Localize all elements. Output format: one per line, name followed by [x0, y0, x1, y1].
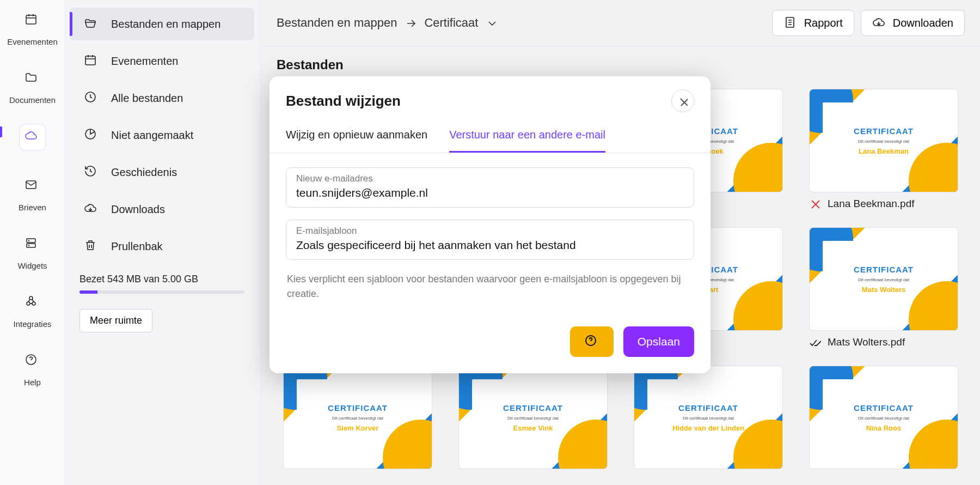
webhook-icon [24, 295, 41, 311]
chevron-down-icon[interactable] [486, 17, 498, 29]
download-icon [872, 16, 886, 30]
rail-item-help[interactable]: Help [0, 346, 65, 389]
email-field[interactable]: Nieuw e-mailadres teun.snijders@example.… [286, 167, 694, 208]
modal-title: Bestand wijzigen [286, 93, 401, 110]
cert-sub: Dit certificaat bevestigt dat [858, 139, 909, 144]
history-icon [84, 165, 99, 180]
sidebar-item-label: Prullenbak [111, 240, 163, 253]
cert-name: Mats Wolters [862, 286, 906, 294]
edit-file-modal: Bestand wijzigen Wijzig en opnieuw aanma… [270, 76, 710, 373]
help-text: Kies verplicht een sjabloon voor bestand… [286, 272, 694, 307]
help-icon [584, 334, 599, 349]
sidebar-item-not-created[interactable]: Niet aangemaakt [70, 119, 254, 151]
rail-item-widgets[interactable]: Widgets [0, 229, 65, 272]
help-icon [24, 353, 41, 369]
file-thumbnail: CERTIFICAATDit certificaat bevestigt dat… [809, 89, 958, 192]
rail-label: Integraties [13, 319, 51, 329]
sidebar-item-label: Niet aangemaakt [111, 129, 193, 142]
file-card[interactable]: CERTIFICAATDit certificaat bevestigt dat… [634, 366, 783, 469]
file-card[interactable]: CERTIFICAATDit certificaat bevestigt dat… [809, 366, 958, 469]
file-name: Lana Beekman.pdf [828, 198, 915, 210]
tab-send-email[interactable]: Verstuur naar een andere e-mail [449, 120, 605, 153]
sidebar-item-label: Alle bestanden [111, 92, 183, 105]
sidebar-item-all-files[interactable]: Alle bestanden [70, 82, 254, 114]
help-button[interactable] [570, 326, 614, 357]
cert-sub: Dit certificaat bevestigt dat [332, 416, 383, 421]
cert-name: Hidde van der Linden [672, 424, 744, 432]
cert-sub: Dit certificaat bevestigt dat [507, 416, 559, 421]
mail-icon [24, 178, 41, 195]
sidebar-item-trash[interactable]: Prullenbak [70, 230, 254, 263]
field-value: Zoals gespecificeerd bij het aanmaken va… [296, 239, 684, 252]
file-thumbnail: CERTIFICAATDit certificaat bevestigt dat… [458, 366, 608, 469]
rail-label: Brieven [19, 203, 46, 212]
file-thumbnail: CERTIFICAATDit certificaat bevestigt dat… [283, 366, 432, 469]
rail-item-cloud[interactable] [0, 122, 65, 156]
storage-bar [79, 290, 244, 294]
calendar-icon [84, 53, 99, 69]
cert-sub: Dit certificaat bevestigt dat [858, 277, 909, 282]
file-thumbnail: CERTIFICAATDit certificaat bevestigt dat… [634, 366, 783, 469]
rail-label: Documenten [9, 95, 56, 105]
file-card[interactable]: CERTIFICAATDit certificaat bevestigt dat… [283, 366, 432, 469]
sidebar-item-events[interactable]: Evenementen [70, 45, 254, 77]
cert-heading: CERTIFICAAT [854, 265, 914, 274]
sidebar-item-label: Evenementen [111, 55, 178, 68]
file-card[interactable]: CERTIFICAATDit certificaat bevestigt dat… [809, 227, 958, 348]
file-meta: Mats Wolters.pdf [809, 336, 958, 348]
field-label: Nieuw e-mailadres [296, 173, 684, 184]
topbar: Bestanden en mappen Certificaat Rapport … [261, 0, 980, 46]
cert-name: Nina Roos [866, 424, 901, 432]
save-button[interactable]: Opslaan [623, 326, 694, 357]
trash-icon [84, 239, 99, 254]
calendar-icon [24, 13, 41, 29]
rail-item-events[interactable]: Evenementen [0, 5, 65, 48]
cert-name: Esmee Vink [513, 424, 553, 432]
cert-name: Siem Korver [337, 424, 379, 432]
sidebar: Bestanden en mappen Evenementen Alle bes… [65, 0, 261, 485]
cert-heading: CERTIFICAAT [328, 403, 388, 413]
breadcrumb-root[interactable]: Bestanden en mappen [277, 16, 397, 30]
rail-label: Help [24, 378, 41, 387]
rail-label: Evenementen [7, 37, 58, 46]
sidebar-item-history[interactable]: Geschiedenis [70, 156, 254, 189]
cert-heading: CERTIFICAAT [854, 403, 914, 413]
close-icon [678, 96, 688, 106]
pie-icon [84, 128, 99, 143]
storage-info: Bezet 543 MB van 5.00 GB [70, 267, 254, 297]
sidebar-item-files-folders[interactable]: Bestanden en mappen [70, 8, 254, 40]
tab-edit[interactable]: Wijzig en opnieuw aanmaken [286, 120, 427, 153]
section-title: Bestanden [261, 46, 980, 78]
file-name: Mats Wolters.pdf [828, 336, 905, 348]
template-field[interactable]: E-mailsjabloon Zoals gespecificeerd bij … [286, 220, 694, 260]
arrow-right-icon [405, 17, 416, 29]
rapport-button[interactable]: Rapport [772, 10, 854, 36]
field-value: teun.snijders@example.nl [296, 186, 684, 199]
cert-sub: Dit certificaat bevestigt dat [683, 416, 734, 421]
button-label: Rapport [804, 17, 843, 29]
server-icon [24, 237, 41, 253]
sidebar-item-label: Geschiedenis [111, 166, 177, 179]
breadcrumb: Bestanden en mappen Certificaat [277, 16, 498, 30]
file-card[interactable]: CERTIFICAATDit certificaat bevestigt dat… [809, 89, 958, 210]
rail-item-letters[interactable]: Brieven [0, 171, 65, 214]
breadcrumb-current[interactable]: Certificaat [424, 16, 478, 30]
more-room-button[interactable]: Meer ruimte [79, 309, 152, 332]
file-card[interactable]: CERTIFICAATDit certificaat bevestigt dat… [458, 366, 608, 469]
button-label: Downloaden [893, 17, 953, 29]
file-thumbnail: CERTIFICAATDit certificaat bevestigt dat… [809, 366, 958, 469]
topbar-actions: Rapport Downloaden [772, 10, 965, 36]
close-button[interactable] [671, 89, 694, 112]
cert-name: Lana Beekman [859, 147, 909, 155]
file-thumbnail: CERTIFICAATDit certificaat bevestigt dat… [809, 227, 958, 331]
rail-item-integrations[interactable]: Integraties [0, 288, 65, 331]
sidebar-item-downloads[interactable]: Downloads [70, 193, 254, 226]
storage-text: Bezet 543 MB van 5.00 GB [79, 274, 198, 284]
sidebar-item-label: Bestanden en mappen [111, 18, 220, 31]
cert-heading: CERTIFICAAT [678, 403, 738, 413]
download-button[interactable]: Downloaden [861, 10, 965, 36]
file-meta: Lana Beekman.pdf [809, 198, 958, 210]
report-icon [783, 16, 798, 30]
rail-item-documents[interactable]: Documenten [0, 64, 65, 107]
clock-icon [84, 90, 99, 106]
